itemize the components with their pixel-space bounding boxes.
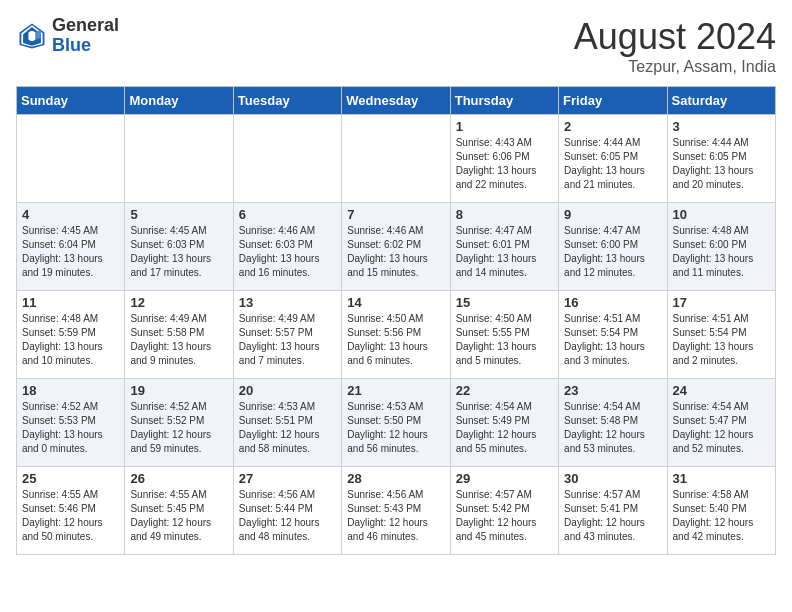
calendar-cell: 14Sunrise: 4:50 AM Sunset: 5:56 PM Dayli… bbox=[342, 291, 450, 379]
day-number: 18 bbox=[22, 383, 119, 398]
day-number: 10 bbox=[673, 207, 770, 222]
day-number: 2 bbox=[564, 119, 661, 134]
day-number: 31 bbox=[673, 471, 770, 486]
day-number: 21 bbox=[347, 383, 444, 398]
day-number: 30 bbox=[564, 471, 661, 486]
calendar-cell bbox=[17, 115, 125, 203]
location: Tezpur, Assam, India bbox=[574, 58, 776, 76]
day-number: 19 bbox=[130, 383, 227, 398]
day-number: 25 bbox=[22, 471, 119, 486]
cell-info: Sunrise: 4:48 AM Sunset: 6:00 PM Dayligh… bbox=[673, 224, 770, 280]
week-row-4: 18Sunrise: 4:52 AM Sunset: 5:53 PM Dayli… bbox=[17, 379, 776, 467]
day-number: 23 bbox=[564, 383, 661, 398]
cell-info: Sunrise: 4:51 AM Sunset: 5:54 PM Dayligh… bbox=[564, 312, 661, 368]
calendar-cell: 28Sunrise: 4:56 AM Sunset: 5:43 PM Dayli… bbox=[342, 467, 450, 555]
week-row-2: 4Sunrise: 4:45 AM Sunset: 6:04 PM Daylig… bbox=[17, 203, 776, 291]
cell-info: Sunrise: 4:43 AM Sunset: 6:06 PM Dayligh… bbox=[456, 136, 553, 192]
cell-info: Sunrise: 4:55 AM Sunset: 5:45 PM Dayligh… bbox=[130, 488, 227, 544]
day-number: 4 bbox=[22, 207, 119, 222]
cell-info: Sunrise: 4:46 AM Sunset: 6:02 PM Dayligh… bbox=[347, 224, 444, 280]
logo-blue: Blue bbox=[52, 36, 119, 56]
cell-info: Sunrise: 4:47 AM Sunset: 6:00 PM Dayligh… bbox=[564, 224, 661, 280]
calendar-cell: 23Sunrise: 4:54 AM Sunset: 5:48 PM Dayli… bbox=[559, 379, 667, 467]
col-header-friday: Friday bbox=[559, 87, 667, 115]
day-number: 5 bbox=[130, 207, 227, 222]
calendar-cell bbox=[233, 115, 341, 203]
col-header-tuesday: Tuesday bbox=[233, 87, 341, 115]
cell-info: Sunrise: 4:46 AM Sunset: 6:03 PM Dayligh… bbox=[239, 224, 336, 280]
day-number: 24 bbox=[673, 383, 770, 398]
cell-info: Sunrise: 4:50 AM Sunset: 5:55 PM Dayligh… bbox=[456, 312, 553, 368]
day-number: 20 bbox=[239, 383, 336, 398]
calendar-cell: 19Sunrise: 4:52 AM Sunset: 5:52 PM Dayli… bbox=[125, 379, 233, 467]
col-header-saturday: Saturday bbox=[667, 87, 775, 115]
calendar-cell: 1Sunrise: 4:43 AM Sunset: 6:06 PM Daylig… bbox=[450, 115, 558, 203]
calendar-cell bbox=[125, 115, 233, 203]
day-number: 12 bbox=[130, 295, 227, 310]
day-number: 6 bbox=[239, 207, 336, 222]
calendar-cell: 26Sunrise: 4:55 AM Sunset: 5:45 PM Dayli… bbox=[125, 467, 233, 555]
day-number: 7 bbox=[347, 207, 444, 222]
cell-info: Sunrise: 4:55 AM Sunset: 5:46 PM Dayligh… bbox=[22, 488, 119, 544]
calendar-cell: 24Sunrise: 4:54 AM Sunset: 5:47 PM Dayli… bbox=[667, 379, 775, 467]
calendar-cell: 13Sunrise: 4:49 AM Sunset: 5:57 PM Dayli… bbox=[233, 291, 341, 379]
day-number: 16 bbox=[564, 295, 661, 310]
day-number: 1 bbox=[456, 119, 553, 134]
day-number: 11 bbox=[22, 295, 119, 310]
day-number: 29 bbox=[456, 471, 553, 486]
calendar-cell: 15Sunrise: 4:50 AM Sunset: 5:55 PM Dayli… bbox=[450, 291, 558, 379]
calendar-cell: 27Sunrise: 4:56 AM Sunset: 5:44 PM Dayli… bbox=[233, 467, 341, 555]
logo: General Blue bbox=[16, 16, 119, 56]
cell-info: Sunrise: 4:47 AM Sunset: 6:01 PM Dayligh… bbox=[456, 224, 553, 280]
cell-info: Sunrise: 4:57 AM Sunset: 5:41 PM Dayligh… bbox=[564, 488, 661, 544]
cell-info: Sunrise: 4:49 AM Sunset: 5:57 PM Dayligh… bbox=[239, 312, 336, 368]
logo-icon bbox=[16, 20, 48, 52]
day-number: 15 bbox=[456, 295, 553, 310]
cell-info: Sunrise: 4:53 AM Sunset: 5:51 PM Dayligh… bbox=[239, 400, 336, 456]
page-header: General Blue August 2024 Tezpur, Assam, … bbox=[16, 16, 776, 76]
calendar-cell: 10Sunrise: 4:48 AM Sunset: 6:00 PM Dayli… bbox=[667, 203, 775, 291]
title-block: August 2024 Tezpur, Assam, India bbox=[574, 16, 776, 76]
cell-info: Sunrise: 4:54 AM Sunset: 5:48 PM Dayligh… bbox=[564, 400, 661, 456]
calendar-table: SundayMondayTuesdayWednesdayThursdayFrid… bbox=[16, 86, 776, 555]
cell-info: Sunrise: 4:53 AM Sunset: 5:50 PM Dayligh… bbox=[347, 400, 444, 456]
cell-info: Sunrise: 4:51 AM Sunset: 5:54 PM Dayligh… bbox=[673, 312, 770, 368]
day-number: 3 bbox=[673, 119, 770, 134]
calendar-cell: 9Sunrise: 4:47 AM Sunset: 6:00 PM Daylig… bbox=[559, 203, 667, 291]
cell-info: Sunrise: 4:52 AM Sunset: 5:52 PM Dayligh… bbox=[130, 400, 227, 456]
calendar-cell: 22Sunrise: 4:54 AM Sunset: 5:49 PM Dayli… bbox=[450, 379, 558, 467]
day-number: 14 bbox=[347, 295, 444, 310]
calendar-cell: 20Sunrise: 4:53 AM Sunset: 5:51 PM Dayli… bbox=[233, 379, 341, 467]
calendar-cell: 2Sunrise: 4:44 AM Sunset: 6:05 PM Daylig… bbox=[559, 115, 667, 203]
day-number: 27 bbox=[239, 471, 336, 486]
calendar-cell: 3Sunrise: 4:44 AM Sunset: 6:05 PM Daylig… bbox=[667, 115, 775, 203]
cell-info: Sunrise: 4:56 AM Sunset: 5:44 PM Dayligh… bbox=[239, 488, 336, 544]
calendar-cell: 12Sunrise: 4:49 AM Sunset: 5:58 PM Dayli… bbox=[125, 291, 233, 379]
calendar-cell: 4Sunrise: 4:45 AM Sunset: 6:04 PM Daylig… bbox=[17, 203, 125, 291]
calendar-cell: 11Sunrise: 4:48 AM Sunset: 5:59 PM Dayli… bbox=[17, 291, 125, 379]
logo-text: General Blue bbox=[52, 16, 119, 56]
day-number: 13 bbox=[239, 295, 336, 310]
cell-info: Sunrise: 4:56 AM Sunset: 5:43 PM Dayligh… bbox=[347, 488, 444, 544]
day-number: 22 bbox=[456, 383, 553, 398]
calendar-cell: 31Sunrise: 4:58 AM Sunset: 5:40 PM Dayli… bbox=[667, 467, 775, 555]
cell-info: Sunrise: 4:45 AM Sunset: 6:03 PM Dayligh… bbox=[130, 224, 227, 280]
week-row-5: 25Sunrise: 4:55 AM Sunset: 5:46 PM Dayli… bbox=[17, 467, 776, 555]
col-header-thursday: Thursday bbox=[450, 87, 558, 115]
calendar-cell: 5Sunrise: 4:45 AM Sunset: 6:03 PM Daylig… bbox=[125, 203, 233, 291]
calendar-cell: 16Sunrise: 4:51 AM Sunset: 5:54 PM Dayli… bbox=[559, 291, 667, 379]
cell-info: Sunrise: 4:52 AM Sunset: 5:53 PM Dayligh… bbox=[22, 400, 119, 456]
calendar-cell: 6Sunrise: 4:46 AM Sunset: 6:03 PM Daylig… bbox=[233, 203, 341, 291]
calendar-cell bbox=[342, 115, 450, 203]
col-header-sunday: Sunday bbox=[17, 87, 125, 115]
calendar-cell: 30Sunrise: 4:57 AM Sunset: 5:41 PM Dayli… bbox=[559, 467, 667, 555]
cell-info: Sunrise: 4:48 AM Sunset: 5:59 PM Dayligh… bbox=[22, 312, 119, 368]
header-row: SundayMondayTuesdayWednesdayThursdayFrid… bbox=[17, 87, 776, 115]
calendar-cell: 18Sunrise: 4:52 AM Sunset: 5:53 PM Dayli… bbox=[17, 379, 125, 467]
cell-info: Sunrise: 4:45 AM Sunset: 6:04 PM Dayligh… bbox=[22, 224, 119, 280]
calendar-cell: 17Sunrise: 4:51 AM Sunset: 5:54 PM Dayli… bbox=[667, 291, 775, 379]
day-number: 9 bbox=[564, 207, 661, 222]
cell-info: Sunrise: 4:50 AM Sunset: 5:56 PM Dayligh… bbox=[347, 312, 444, 368]
week-row-1: 1Sunrise: 4:43 AM Sunset: 6:06 PM Daylig… bbox=[17, 115, 776, 203]
day-number: 8 bbox=[456, 207, 553, 222]
